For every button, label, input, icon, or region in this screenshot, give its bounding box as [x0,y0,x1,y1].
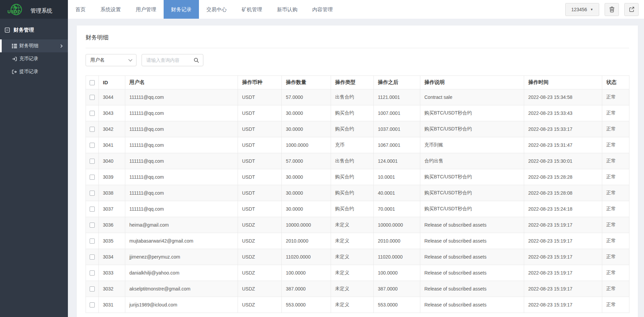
row-checkbox[interactable] [90,223,95,228]
cell-操作类型: 充币 [331,137,374,153]
cell-ID: 3037 [99,201,125,217]
cell-操作说明: 合约出售 [420,153,524,169]
column-header-8: 状态 [602,76,629,89]
row-checkbox-cell [86,169,99,185]
cell-操作时间: 2022-08-23 15:31:47 [524,137,602,153]
cell-操作数量: 11020.0000 [282,249,331,265]
trash-button[interactable] [605,3,619,16]
user-dropdown-button[interactable]: 123456 ▼ [565,3,599,16]
table-row: 3042111111@qq.comUSDT30.0000购买合约1037.000… [86,121,629,137]
nav-tab-7[interactable]: 内容管理 [305,0,340,19]
nav-tab-0[interactable]: 首页 [68,0,93,19]
table-row: 3032akselptitmonstre@gmail.comUSDZ387.00… [86,281,629,297]
cell-操作币种: USDZ [238,249,282,265]
cell-操作时间: 2022-08-23 15:30:01 [524,153,602,169]
row-checkbox[interactable] [90,254,95,260]
cell-操作数量: 30.0000 [282,121,331,137]
row-checkbox[interactable] [90,143,95,148]
cell-用户名: heima@gmail.com [125,217,238,233]
nav-tab-5[interactable]: 矿机管理 [234,0,270,19]
caret-down-icon: ▼ [590,8,593,11]
export-button[interactable] [624,3,639,16]
cell-ID: 3041 [99,137,125,153]
table-row: 3035mujtabasarwari42@gmail.comUSDZ2010.0… [86,233,629,249]
cell-状态: 正常 [602,265,629,281]
cell-ID: 3040 [99,153,125,169]
cell-操作类型: 购买合约 [331,121,374,137]
row-checkbox[interactable] [90,270,95,276]
cell-操作数量: 30.0000 [282,201,331,217]
cell-操作类型: 购买合约 [331,201,374,217]
top-navigation: 首页系统设置用户管理财务记录交易中心矿机管理新币认购内容管理 [68,0,340,19]
cell-操作币种: USDT [238,89,282,105]
table-row: 3041111111@qq.comUSDT1000.0000充币1067.000… [86,137,629,153]
table-row: 3034jjimenez@perymuz.comUSDZ11020.0000未定… [86,249,629,265]
cell-操作数量: 10000.0000 [282,217,331,233]
cell-操作时间: 2022-08-23 15:19:17 [524,233,602,249]
cell-状态: 正常 [602,185,629,201]
sidebar-group-finance[interactable]: 财务管理 [0,19,68,39]
cell-状态: 正常 [602,217,629,233]
sign-in-icon [12,56,17,61]
cell-状态: 正常 [602,201,629,217]
sidebar-item-label: 充币记录 [19,56,38,62]
cell-操作数量: 1000.0000 [282,137,331,153]
row-checkbox[interactable] [90,191,95,196]
nav-tab-1[interactable]: 系统设置 [93,0,128,19]
row-checkbox-cell [86,137,99,153]
cell-用户名: jurijs1989@icloud.com [125,297,238,313]
cell-操作数量: 100.0000 [282,265,331,281]
cell-操作币种: USDZ [238,297,282,313]
logo-text: USDZ [7,9,20,14]
cell-操作类型: 未定义 [331,249,374,265]
row-checkbox[interactable] [90,95,95,100]
cell-状态: 正常 [602,105,629,121]
row-checkbox[interactable] [90,127,95,132]
nav-tab-6[interactable]: 新币认购 [270,0,305,19]
cell-操作币种: USDZ [238,281,282,297]
search-box [142,54,203,66]
cell-操作之后: 1007.0001 [374,105,420,121]
sidebar-item-finance-detail[interactable]: 财务明细 [0,39,68,52]
nav-tab-2[interactable]: 用户管理 [128,0,164,19]
row-checkbox[interactable] [90,286,95,292]
sidebar-menu: 财务明细 充币记录 提币记录 [0,39,68,78]
cell-操作时间: 2022-08-23 15:19:17 [524,217,602,233]
table-header: ID用户名操作币种操作数量操作类型操作之后操作说明操作时间状态 [86,76,629,89]
cell-操作币种: USDZ [238,233,282,249]
cell-状态: 正常 [602,89,629,105]
sidebar-item-withdraw-records[interactable]: 提币记录 [0,65,68,78]
search-input[interactable] [146,57,194,63]
cell-操作类型: 未定义 [331,233,374,249]
column-header-1: 用户名 [125,76,238,89]
row-checkbox[interactable] [90,302,95,307]
sidebar-item-deposit-records[interactable]: 充币记录 [0,52,68,65]
search-icon[interactable] [194,57,199,63]
cell-用户名: 111111@qq.com [125,137,238,153]
nav-tab-4[interactable]: 交易中心 [199,0,234,19]
list-icon [12,43,17,49]
cell-ID: 3036 [99,217,125,233]
cell-操作数量: 57.0000 [282,89,331,105]
row-checkbox[interactable] [90,111,95,116]
column-header-3: 操作数量 [282,76,331,89]
row-checkbox-cell [86,185,99,201]
select-all-checkbox[interactable] [90,80,95,85]
cell-状态: 正常 [602,297,629,313]
filter-field-select[interactable]: 用户名 [86,54,136,66]
finance-records-table: ID用户名操作币种操作数量操作类型操作之后操作说明操作时间状态 30441111… [86,75,629,313]
cell-用户名: 111111@qq.com [125,105,238,121]
cell-操作数量: 30.0000 [282,185,331,201]
filter-field-selected-value: 用户名 [90,57,105,63]
cell-操作类型: 未定义 [331,297,374,313]
cell-操作时间: 2022-08-23 15:19:17 [524,249,602,265]
row-checkbox-cell [86,217,99,233]
row-checkbox[interactable] [90,175,95,180]
table-row: 3039111111@qq.comUSDT30.0000购买合约10.0001购… [86,169,629,185]
row-checkbox[interactable] [90,159,95,164]
row-checkbox[interactable] [90,239,95,244]
table-row: 3031jurijs1989@icloud.comUSDZ553.0000未定义… [86,297,629,313]
row-checkbox[interactable] [90,207,95,212]
nav-tab-3[interactable]: 财务记录 [164,0,199,19]
cell-操作币种: USDT [238,169,282,185]
